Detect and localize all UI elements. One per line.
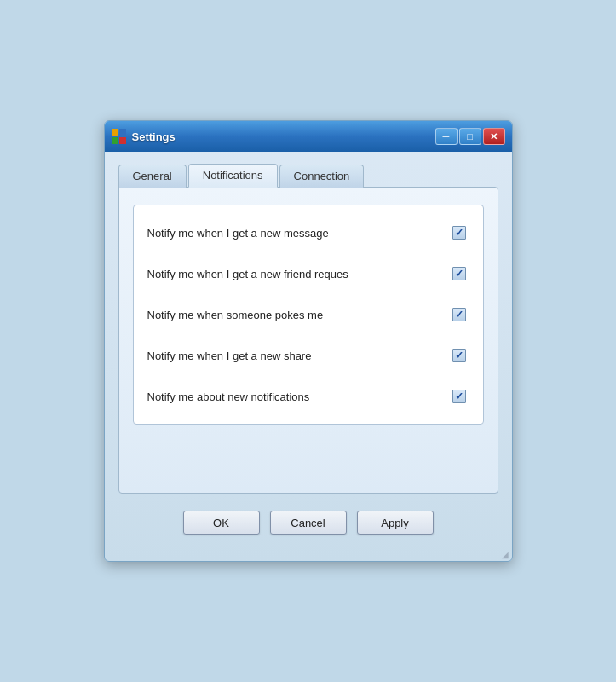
minimize-button[interactable]: ─ xyxy=(435,128,458,145)
button-row: OK Cancel Apply xyxy=(118,511,498,535)
checkbox-wrapper-friend-request xyxy=(449,263,469,284)
notification-label-new-message: Notify me when I get a new message xyxy=(147,227,449,240)
settings-window: Settings ─ □ ✕ General Notifications Con… xyxy=(104,120,513,562)
window-controls: ─ □ ✕ xyxy=(435,128,505,145)
checkbox-friend-request[interactable] xyxy=(452,267,466,280)
checkbox-poke[interactable] xyxy=(452,308,466,321)
tab-general[interactable]: General xyxy=(118,165,187,188)
notification-item-friend-request: Notify me when I get a new friend reques xyxy=(134,253,483,294)
checkbox-new-message[interactable] xyxy=(452,226,466,240)
apply-button[interactable]: Apply xyxy=(357,511,434,535)
window-title: Settings xyxy=(132,130,430,143)
checkbox-new-share[interactable] xyxy=(452,349,466,362)
tab-panel-notifications: Notify me when I get a new messageNotify… xyxy=(118,187,498,494)
notification-item-poke: Notify me when someone pokes me xyxy=(134,294,483,335)
notification-label-poke: Notify me when someone pokes me xyxy=(147,309,449,321)
checkbox-wrapper-poke xyxy=(449,304,469,325)
close-button[interactable]: ✕ xyxy=(483,128,505,145)
checkbox-wrapper-new-message xyxy=(449,223,469,243)
checkbox-wrapper-new-notifications xyxy=(449,386,469,407)
checkbox-new-notifications[interactable] xyxy=(452,390,466,403)
app-icon xyxy=(112,129,127,144)
notification-item-new-message: Notify me when I get a new message xyxy=(134,212,483,253)
maximize-button[interactable]: □ xyxy=(459,128,481,145)
checkbox-wrapper-new-share xyxy=(449,345,469,366)
cancel-button[interactable]: Cancel xyxy=(270,511,347,535)
notification-item-new-share: Notify me when I get a new share xyxy=(134,335,483,376)
window-body: General Notifications Connection Notify … xyxy=(105,152,512,548)
resize-handle: ◢ xyxy=(105,548,512,561)
ok-button[interactable]: OK xyxy=(183,511,260,535)
title-bar: Settings ─ □ ✕ xyxy=(105,121,512,152)
notification-label-friend-request: Notify me when I get a new friend reques xyxy=(147,268,449,280)
notification-item-new-notifications: Notify me about new notifications xyxy=(134,376,483,417)
notification-label-new-notifications: Notify me about new notifications xyxy=(147,390,449,403)
tab-bar: General Notifications Connection xyxy=(118,164,498,188)
tab-notifications[interactable]: Notifications xyxy=(188,164,278,188)
tab-connection[interactable]: Connection xyxy=(279,165,365,188)
notification-label-new-share: Notify me when I get a new share xyxy=(147,350,449,362)
notification-list: Notify me when I get a new messageNotify… xyxy=(133,205,484,425)
